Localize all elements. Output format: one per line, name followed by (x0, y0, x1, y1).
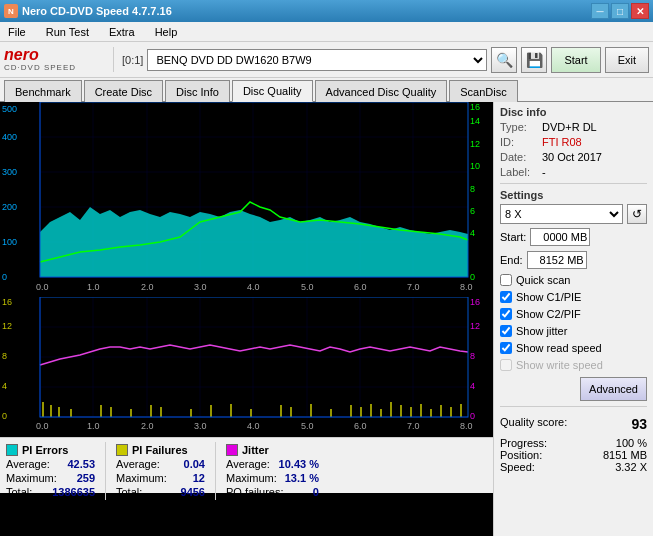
svg-text:3.0: 3.0 (194, 282, 207, 292)
bottom-chart: 0 4 8 12 16 0 4 8 12 16 0.0 1.0 2.0 3.0 … (0, 297, 493, 437)
top-chart: 0 100 200 300 400 500 0 4 6 8 10 12 14 1… (0, 102, 493, 297)
title-bar-text: Nero CD-DVD Speed 4.7.7.16 (22, 5, 172, 17)
svg-rect-94 (420, 404, 422, 417)
read-speed-checkbox[interactable] (500, 342, 512, 354)
start-button[interactable]: Start (551, 47, 600, 73)
pi-errors-color-box (6, 444, 18, 456)
svg-text:0: 0 (2, 411, 7, 421)
svg-rect-82 (250, 409, 252, 417)
svg-text:8.0: 8.0 (460, 282, 473, 292)
pi-errors-max-row: Maximum: 259 (6, 472, 95, 484)
svg-rect-98 (460, 404, 462, 417)
stats-bar: PI Errors Average: 42.53 Maximum: 259 To… (0, 437, 493, 493)
speed-selector[interactable]: 8 X (500, 204, 623, 224)
drive-combo[interactable]: BENQ DVD DD DW1620 B7W9 (147, 49, 487, 71)
svg-text:4.0: 4.0 (247, 282, 260, 292)
progress-label: Progress: (500, 437, 547, 449)
quick-scan-row: Quick scan (500, 274, 647, 286)
svg-text:6.0: 6.0 (354, 421, 367, 431)
svg-text:6.0: 6.0 (354, 282, 367, 292)
write-speed-row: Show write speed (500, 359, 647, 371)
svg-text:8: 8 (470, 184, 475, 194)
speed-display-value: 3.32 X (615, 461, 647, 473)
start-input[interactable] (530, 228, 590, 246)
minimize-button[interactable]: ─ (591, 3, 609, 19)
progress-section: Progress: 100 % Position: 8151 MB Speed:… (500, 437, 647, 473)
svg-text:0: 0 (2, 272, 7, 282)
tab-disc-info[interactable]: Disc Info (165, 80, 230, 102)
svg-text:7.0: 7.0 (407, 421, 420, 431)
svg-text:16: 16 (470, 102, 480, 112)
svg-text:16: 16 (470, 297, 480, 307)
svg-rect-96 (440, 405, 442, 417)
speed-display-label: Speed: (500, 461, 535, 473)
quick-scan-checkbox[interactable] (500, 274, 512, 286)
refresh-button[interactable]: ↺ (627, 204, 647, 224)
svg-rect-73 (70, 409, 72, 417)
close-button[interactable]: ✕ (631, 3, 649, 19)
tab-disc-quality[interactable]: Disc Quality (232, 80, 313, 102)
tab-advanced-disc-quality[interactable]: Advanced Disc Quality (315, 80, 448, 102)
advanced-button[interactable]: Advanced (580, 377, 647, 401)
svg-text:14: 14 (470, 116, 480, 126)
svg-rect-75 (110, 407, 112, 417)
c2pif-checkbox[interactable] (500, 308, 512, 320)
jitter-color-box (226, 444, 238, 456)
svg-text:2.0: 2.0 (141, 421, 154, 431)
tab-scandisc[interactable]: ScanDisc (449, 80, 517, 102)
end-input[interactable] (527, 251, 587, 269)
svg-rect-86 (330, 409, 332, 417)
jitter-avg-row: Average: 10.43 % (226, 458, 319, 470)
pi-failures-header: PI Failures (116, 444, 205, 456)
tab-benchmark[interactable]: Benchmark (4, 80, 82, 102)
title-bar: N Nero CD-DVD Speed 4.7.7.16 ─ □ ✕ (0, 0, 653, 22)
svg-text:4: 4 (470, 228, 475, 238)
disc-type-value: DVD+R DL (542, 121, 597, 133)
svg-rect-89 (370, 404, 372, 417)
svg-text:8.0: 8.0 (460, 421, 473, 431)
c1pie-checkbox[interactable] (500, 291, 512, 303)
scan-icon-button[interactable]: 🔍 (491, 47, 517, 73)
jitter-checkbox[interactable] (500, 325, 512, 337)
pi-failures-total-row: Total: 9456 (116, 486, 205, 498)
c1pie-label: Show C1/PIE (516, 291, 581, 303)
svg-text:7.0: 7.0 (407, 282, 420, 292)
bottom-chart-svg: 0 4 8 12 16 0 4 8 12 16 0.0 1.0 2.0 3.0 … (0, 297, 480, 437)
pi-errors-label: PI Errors (22, 444, 68, 456)
menu-help[interactable]: Help (151, 24, 182, 40)
pi-errors-max-value: 259 (77, 472, 95, 484)
write-speed-label: Show write speed (516, 359, 603, 371)
disc-id-value: FTI R08 (542, 136, 582, 148)
svg-rect-95 (430, 409, 432, 417)
svg-text:12: 12 (2, 321, 12, 331)
disc-type-row: Type: DVD+R DL (500, 121, 647, 133)
quality-score-row: Quality score: 93 (500, 416, 647, 432)
pi-errors-total-value: 1386635 (52, 486, 95, 498)
svg-text:4: 4 (2, 381, 7, 391)
maximize-button[interactable]: □ (611, 3, 629, 19)
divider-1 (500, 183, 647, 184)
svg-rect-80 (210, 405, 212, 417)
svg-text:2.0: 2.0 (141, 282, 154, 292)
svg-text:6: 6 (470, 206, 475, 216)
svg-text:4: 4 (470, 381, 475, 391)
svg-text:500: 500 (2, 104, 17, 114)
tab-create-disc[interactable]: Create Disc (84, 80, 163, 102)
pi-failures-avg-row: Average: 0.04 (116, 458, 205, 470)
menu-runtest[interactable]: Run Test (42, 24, 93, 40)
menu-file[interactable]: File (4, 24, 30, 40)
pi-errors-avg-value: 42.53 (67, 458, 95, 470)
svg-text:400: 400 (2, 132, 17, 142)
pi-failures-max-value: 12 (193, 472, 205, 484)
exit-button[interactable]: Exit (605, 47, 649, 73)
svg-text:300: 300 (2, 167, 17, 177)
svg-rect-85 (310, 404, 312, 417)
save-icon-button[interactable]: 💾 (521, 47, 547, 73)
disc-label-label: Label: (500, 166, 538, 178)
menu-extra[interactable]: Extra (105, 24, 139, 40)
disc-type-label: Type: (500, 121, 538, 133)
svg-text:100: 100 (2, 237, 17, 247)
end-label: End: (500, 254, 523, 266)
quality-score-value: 93 (631, 416, 647, 432)
svg-text:10: 10 (470, 161, 480, 171)
